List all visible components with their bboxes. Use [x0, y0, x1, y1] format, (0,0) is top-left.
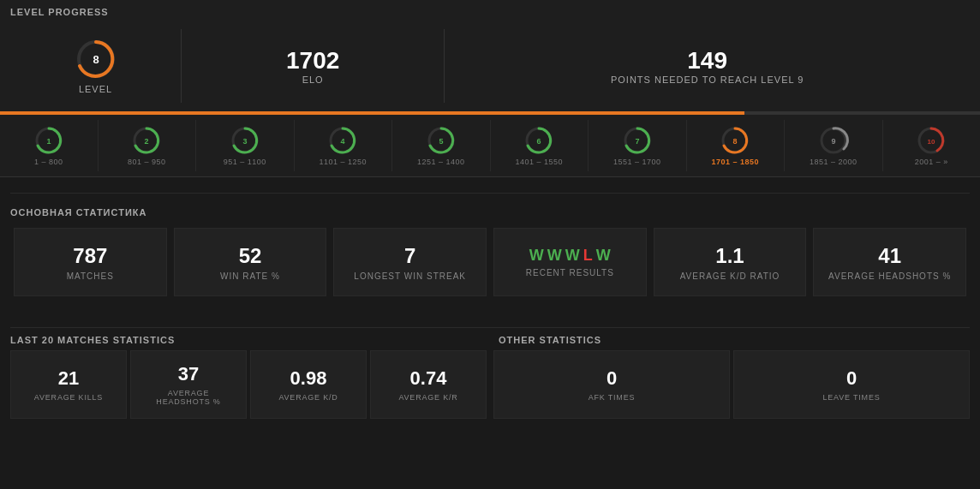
step-gauge-3: 3: [230, 125, 260, 156]
svg-text:7: 7: [635, 137, 639, 146]
step-gauge-1: 1: [33, 125, 64, 156]
svg-text:6: 6: [537, 137, 541, 146]
stat-label-kd: AVERAGE K/D RATIO: [680, 271, 780, 281]
points-label: POINTS NEEDED TO REACH LEVEL 9: [611, 75, 804, 85]
level-step-9[interactable]: 9 1851 – 2000: [785, 120, 883, 171]
step-range-1: 1 – 800: [34, 158, 63, 166]
other-stats-grid: 0 AFK TIMES 0 LEAVE TIMES: [493, 350, 970, 419]
bottom-grids: 21 AVERAGE KILLS 37 AVERAGE HEADSHOTS % …: [0, 350, 980, 419]
bottom-value-hs: 37: [178, 363, 199, 385]
step-gauge-6: 6: [523, 125, 554, 156]
step-gauge-7: 7: [622, 125, 653, 156]
level-step-10[interactable]: 10 2001 – »: [883, 120, 981, 171]
result-1: W: [529, 247, 544, 265]
svg-text:10: 10: [928, 138, 935, 146]
bottom-card-hs: 37 AVERAGE HEADSHOTS %: [130, 350, 247, 419]
stat-card-winrate: 52 WIN RATE %: [174, 228, 327, 296]
svg-text:8: 8: [93, 53, 99, 66]
level-label: LEVEL: [79, 84, 112, 94]
recent-results: W W W L W: [529, 247, 611, 265]
last20-grid: 21 AVERAGE KILLS 37 AVERAGE HEADSHOTS % …: [10, 350, 487, 419]
level-step-7[interactable]: 7 1551 – 1700: [589, 120, 687, 171]
svg-text:2: 2: [145, 137, 149, 146]
step-gauge-10: 10: [916, 125, 947, 156]
bottom-value-kills: 21: [58, 367, 79, 390]
bottom-value-kd: 0.98: [290, 367, 327, 390]
result-3: W: [565, 247, 580, 265]
step-range-4: 1101 – 1250: [319, 158, 367, 166]
stat-value-winstreak: 7: [404, 244, 415, 268]
level-step-2[interactable]: 2 801 – 950: [99, 120, 197, 171]
stat-label-winstreak: LONGEST WIN STREAK: [354, 271, 466, 281]
level-step-5[interactable]: 5 1251 – 1400: [392, 120, 491, 171]
bottom-card-afk: 0 AFK TIMES: [493, 350, 730, 419]
result-5: W: [596, 247, 611, 265]
step-range-3: 951 – 1100: [224, 158, 266, 166]
divider-2: [10, 327, 970, 328]
result-2: W: [547, 247, 562, 265]
level-step-4[interactable]: 4 1101 – 1250: [295, 120, 393, 171]
stat-value-kd: 1.1: [715, 244, 744, 268]
level-step-3[interactable]: 3 951 – 1100: [196, 120, 295, 171]
step-range-5: 1251 – 1400: [417, 158, 465, 166]
bottom-value-afk: 0: [607, 367, 617, 390]
svg-text:3: 3: [242, 137, 247, 146]
step-range-10: 2001 – »: [915, 158, 948, 166]
bottom-value-kr: 0.74: [410, 367, 447, 390]
svg-text:5: 5: [439, 137, 443, 146]
bottom-label-kd: AVERAGE K/D: [278, 393, 338, 402]
level-steps: 1 1 – 800 2 801 – 950 3: [0, 115, 980, 176]
bottom-card-kr: 0.74 AVERAGE K/R: [370, 350, 487, 419]
points-value: 149: [687, 47, 727, 75]
step-range-9: 1851 – 2000: [810, 158, 858, 166]
stat-label-recent: RECENT RESULTS: [526, 268, 614, 277]
stat-label-hs: AVERAGE HEADSHOTS %: [828, 271, 951, 281]
step-range-8: 1701 – 1850: [711, 158, 759, 166]
other-stats-header: OTHER STATISTICS: [481, 335, 970, 350]
main-stats-section: ОСНОВНАЯ СТАТИСТИКА 787 MATCHES 52 WIN R…: [0, 177, 980, 307]
bottom-headers: LAST 20 MATCHES STATISTICS OTHER STATIST…: [0, 335, 980, 350]
result-4: L: [583, 247, 593, 265]
level-progress-label: LEVEL PROGRESS: [0, 0, 980, 21]
step-range-6: 1401 – 1550: [515, 158, 563, 166]
stat-card-recent: W W W L W RECENT RESULTS: [493, 228, 647, 296]
step-range-7: 1551 – 1700: [613, 158, 661, 166]
points-box: 149 POINTS NEEDED TO REACH LEVEL 9: [445, 29, 970, 103]
level-progress-section: LEVEL PROGRESS 8 LEVEL 1702 ELO 149 POIN…: [0, 0, 980, 177]
step-gauge-4: 4: [327, 125, 358, 156]
last20-header: LAST 20 MATCHES STATISTICS: [10, 335, 481, 350]
bottom-label-afk: AFK TIMES: [589, 393, 636, 402]
level-step-6[interactable]: 6 1401 – 1550: [491, 120, 589, 171]
elo-value: 1702: [286, 47, 339, 75]
stat-card-kd: 1.1 AVERAGE K/D RATIO: [654, 228, 807, 296]
level-step-1[interactable]: 1 1 – 800: [0, 120, 99, 171]
divider-1: [10, 193, 970, 194]
stat-card-matches: 787 MATCHES: [14, 228, 167, 296]
bottom-label-kills: AVERAGE KILLS: [34, 393, 103, 402]
progress-bar-fill: [0, 111, 744, 115]
bottom-card-kills: 21 AVERAGE KILLS: [10, 350, 127, 419]
elo-label: ELO: [302, 75, 324, 85]
bottom-card-kd: 0.98 AVERAGE K/D: [250, 350, 367, 419]
step-gauge-8: 8: [720, 125, 750, 156]
bottom-card-leave: 0 LEAVE TIMES: [733, 350, 970, 419]
svg-text:1: 1: [46, 137, 51, 146]
level-step-8[interactable]: 8 1701 – 1850: [687, 120, 786, 171]
main-stats-grid: 787 MATCHES 52 WIN RATE % 7 LONGEST WIN …: [0, 221, 980, 303]
step-gauge-5: 5: [426, 125, 457, 156]
bottom-value-leave: 0: [846, 367, 857, 390]
stat-value-hs: 41: [878, 244, 901, 268]
svg-text:9: 9: [831, 137, 835, 146]
bottom-label-leave: LEAVE TIMES: [823, 393, 881, 402]
progress-bar-container: [0, 111, 980, 115]
stat-label-matches: MATCHES: [67, 271, 114, 281]
svg-text:4: 4: [341, 137, 345, 146]
elo-box: 1702 ELO: [182, 29, 445, 103]
level-gauge: 8: [75, 38, 117, 81]
bottom-label-kr: AVERAGE K/R: [398, 393, 457, 402]
step-range-2: 801 – 950: [128, 158, 166, 166]
bottom-section: LAST 20 MATCHES STATISTICS OTHER STATIST…: [0, 312, 980, 422]
stat-value-matches: 787: [73, 244, 107, 268]
stat-card-winstreak: 7 LONGEST WIN STREAK: [333, 228, 487, 296]
step-gauge-9: 9: [818, 125, 849, 156]
